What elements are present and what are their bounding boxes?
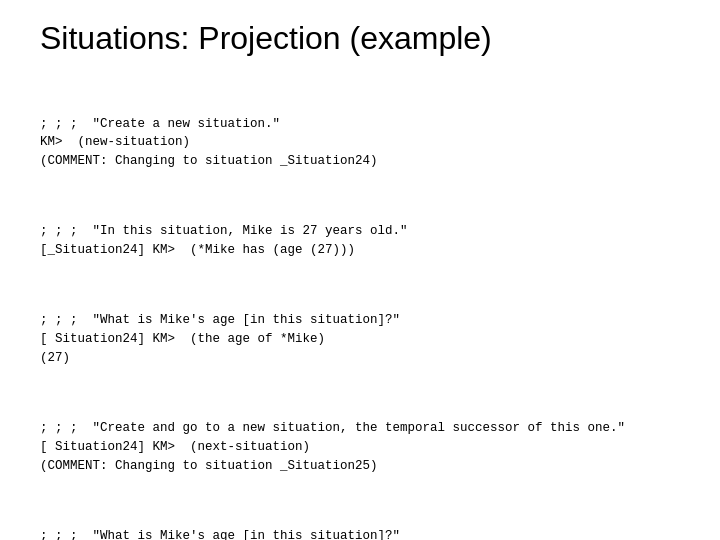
code-block-1: ; ; ; "Create a new situation." KM> (new… [40, 115, 680, 171]
code-block-3: ; ; ; "What is Mike's age [in this situa… [40, 311, 680, 367]
page: Situations: Projection (example) ; ; ; "… [0, 0, 720, 540]
code-block-2: ; ; ; "In this situation, Mike is 27 yea… [40, 222, 680, 260]
page-title: Situations: Projection (example) [40, 20, 680, 57]
code-block-5: ; ; ; "What is Mike's age [in this situa… [40, 527, 680, 540]
code-block-4: ; ; ; "Create and go to a new situation,… [40, 419, 680, 475]
code-content: ; ; ; "Create a new situation." KM> (new… [40, 77, 680, 540]
